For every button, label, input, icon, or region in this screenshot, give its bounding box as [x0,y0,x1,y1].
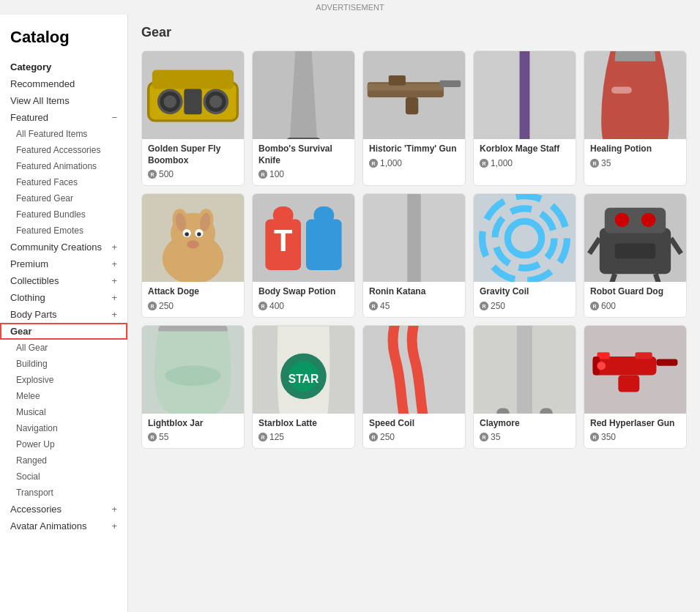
item-card[interactable]: Lightblox Jar R 55 [141,325,245,449]
svg-point-61 [507,221,541,255]
item-price: R 45 [369,301,459,311]
robux-icon: R [480,433,488,441]
item-card[interactable]: Ronin Katana R 45 [362,193,466,318]
sidebar-item-view-all[interactable]: View All Items [0,92,127,109]
item-card[interactable]: Healing Potion R 35 [584,51,687,186]
sidebar-item-ranged[interactable]: Ranged [0,452,127,469]
sidebar-item-building[interactable]: Building [0,356,127,372]
item-card[interactable]: Red Hyperlaser Gun R 350 [584,325,687,449]
item-image [363,51,465,139]
svg-rect-6 [184,89,201,114]
sidebar-item-label: Featured Accessories [16,145,100,155]
sidebar-item-collectibles[interactable]: Collectibles+ [0,272,127,289]
item-card[interactable]: Bombo's Survival Knife R 100 [252,51,355,186]
svg-point-43 [187,240,199,248]
svg-point-66 [615,212,629,226]
sidebar-item-label: Gear [10,326,32,337]
sidebar-item-label: View All Items [10,95,70,106]
sidebar-item-featured-faces[interactable]: Featured Faces [0,174,127,190]
svg-rect-53 [407,194,421,282]
sidebar-item-label: Featured Bundles [16,209,86,220]
sidebar-item-community-creations[interactable]: Community Creations+ [0,239,127,255]
sidebar-item-clothing[interactable]: Clothing+ [0,289,127,306]
item-card[interactable]: Historic 'Timmy' Gun R 1,000 [362,51,466,186]
item-image [584,194,686,282]
sidebar-item-all-featured[interactable]: All Featured Items [0,126,127,142]
items-grid: Golden Super Fly Boombox R 500 Bombo's S… [141,51,687,449]
item-name: Bombo's Survival Knife [258,143,349,166]
item-card[interactable]: Attack Doge R 250 [141,193,245,318]
sidebar-item-featured-bundles[interactable]: Featured Bundles [0,206,127,223]
robux-icon: R [148,433,157,441]
item-info: Attack Doge R 250 [142,282,244,317]
sidebar-item-social[interactable]: Social [0,469,127,485]
svg-point-41 [185,232,189,236]
item-info: Golden Super Fly Boombox R 500 [142,139,244,185]
svg-rect-94 [540,408,552,414]
svg-rect-47 [273,206,294,224]
item-card[interactable]: Korblox Mage Staff R 1,000 [473,51,576,186]
sidebar-item-featured-accessories[interactable]: Featured Accessories [0,142,127,158]
item-info: Ronin Katana R 45 [363,282,465,317]
robux-icon: R [258,170,267,179]
sidebar-item-label: Social [16,471,40,482]
sidebar-item-featured-emotes[interactable]: Featured Emotes [0,223,127,239]
sidebar-item-melee[interactable]: Melee [0,388,127,404]
price-value: 1,000 [491,158,513,168]
item-price: R 55 [148,432,238,442]
sidebar-item-featured[interactable]: Featured− [0,109,127,126]
expand-icon: + [111,309,117,320]
sidebar-item-power-up[interactable]: Power Up [0,436,127,452]
page-wrapper: ADVERTISEMENT Catalog Category Recommend… [0,0,700,612]
sidebar-item-gear[interactable]: Gear [0,323,127,340]
item-card[interactable]: STAR Starblox Latte R 125 [252,325,355,449]
sidebar-item-navigation[interactable]: Navigation [0,420,127,436]
item-card[interactable]: Speed Coil R 250 [362,325,466,449]
expand-icon: − [111,112,117,123]
robux-icon: R [148,302,157,310]
item-name: Lightblox Jar [148,418,238,430]
sidebar-item-label: Accessories [10,504,62,515]
sidebar-item-body-parts[interactable]: Body Parts+ [0,306,127,323]
item-card[interactable]: Golden Super Fly Boombox R 500 [141,51,245,186]
item-info: Body Swap Potion R 400 [253,282,354,317]
svg-point-103 [597,362,606,370]
sidebar-item-featured-animations[interactable]: Featured Animations [0,158,127,174]
item-image: STAR [253,326,354,414]
sidebar-item-label: Community Creations [10,242,102,253]
sidebar-item-label: Explosive [16,375,53,385]
content-section-title: Gear [141,25,687,40]
sidebar-item-label: Musical [16,407,46,417]
content-area: Gear Golden Super Fly Boombox R 500 Bomb… [128,15,700,612]
sidebar-item-explosive[interactable]: Explosive [0,372,127,388]
sidebar-item-transport[interactable]: Transport [0,485,127,501]
sidebar-item-premium[interactable]: Premium+ [0,255,127,272]
svg-rect-104 [636,353,652,359]
item-price: R 1,000 [369,158,459,168]
sidebar-item-avatar-animations[interactable]: Avatar Animations+ [0,518,127,534]
svg-rect-100 [618,376,639,392]
sidebar-item-label: Clothing [10,292,45,303]
sidebar-item-featured-gear[interactable]: Featured Gear [0,190,127,206]
item-name: Body Swap Potion [258,286,349,298]
svg-rect-49 [306,219,342,270]
item-card[interactable]: Robot Guard Dog R 600 [584,193,687,318]
item-image [363,326,465,414]
sidebar-item-label: Featured Animations [16,161,97,171]
item-card[interactable]: Gravity Coil R 250 [473,193,576,318]
item-info: Bombo's Survival Knife R 100 [253,139,354,185]
sidebar-item-recommended[interactable]: Recommended [0,75,127,92]
item-card[interactable]: Claymore R 35 [473,325,576,449]
sidebar-item-label: Premium [10,258,48,269]
price-value: 500 [159,169,174,179]
item-image: T [253,194,354,282]
svg-rect-19 [439,81,461,87]
robux-icon: R [258,433,267,441]
sidebar-item-accessories[interactable]: Accessories+ [0,501,127,518]
sidebar-item-musical[interactable]: Musical [0,404,127,420]
item-price: R 500 [148,169,238,179]
sidebar-item-all-gear[interactable]: All Gear [0,340,127,356]
item-name: Ronin Katana [369,286,459,298]
item-card[interactable]: T Body Swap Potion R 400 [252,193,355,318]
svg-point-67 [641,212,655,226]
